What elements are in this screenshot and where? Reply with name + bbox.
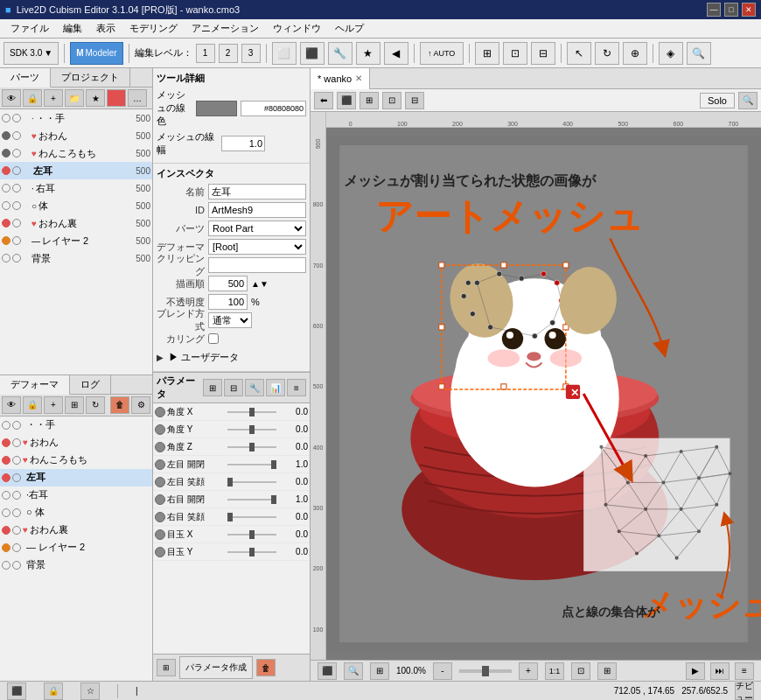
handle-bc[interactable] <box>501 384 506 389</box>
handle-ml[interactable] <box>439 325 444 330</box>
canvas-footer-btn3[interactable]: ⊞ <box>370 662 389 680</box>
layer-item-rightear[interactable]: · 右耳 500 <box>0 179 152 197</box>
param-thumb-angley[interactable] <box>249 425 255 434</box>
canvas-fit-btn[interactable]: ⊡ <box>571 662 590 680</box>
insp-opacity-value[interactable]: 100 <box>208 294 248 310</box>
toolbar-icon-auto[interactable]: ↑ AUTO <box>420 42 464 65</box>
layer-btn-eye[interactable]: 👁 <box>2 89 21 107</box>
canvas-footer-btn1[interactable]: ⬛ <box>318 662 337 680</box>
canvas-drawing-area[interactable]: メッシュが割り当てられた状態の画像が アートメッシュ <box>326 128 761 660</box>
layer-btn-star[interactable]: ★ <box>86 89 105 107</box>
handle-tc[interactable] <box>501 262 506 268</box>
modeler-button[interactable]: M M Modeler Modeler <box>70 42 122 65</box>
dform-item-rightear[interactable]: ·右耳 <box>0 486 152 504</box>
layer-btn-more[interactable]: … <box>128 89 147 107</box>
dform-btn-eye[interactable]: 👁 <box>2 396 21 414</box>
tab-parts[interactable]: パーツ <box>0 68 51 88</box>
canvas-tb-5[interactable]: ⊟ <box>405 92 424 109</box>
param-btn-4[interactable]: 📊 <box>266 379 285 396</box>
insp-part-select[interactable]: Root Part <box>208 220 306 236</box>
menu-help[interactable]: ヘルプ <box>328 20 371 37</box>
toolbar-extra-1[interactable]: ◈ <box>659 42 683 65</box>
canvas-zoom-slider[interactable] <box>459 669 512 673</box>
insp-draworder-value[interactable]: 500 <box>208 276 248 291</box>
canvas-zoom-out[interactable]: - <box>433 662 452 680</box>
layer-btn-color[interactable] <box>107 89 126 107</box>
toolbar-move-icon[interactable]: ⊕ <box>623 42 647 65</box>
dform-item-leftear[interactable]: 左耳 <box>0 469 152 486</box>
param-thumb-anglex[interactable] <box>249 408 255 416</box>
param-slider-leftopen[interactable] <box>227 464 276 466</box>
toolbar-icon-8[interactable]: ⊟ <box>531 42 555 65</box>
edit-level-1-button[interactable]: 1 <box>196 44 215 63</box>
edit-level-2-button[interactable]: 2 <box>219 44 238 63</box>
canvas-footer-btn2[interactable]: 🔍 <box>344 662 363 680</box>
dform-item-bg[interactable]: 背景 <box>0 556 152 574</box>
toolbar-extra-2[interactable]: 🔍 <box>687 42 711 65</box>
toolbar-icon-7[interactable]: ⊡ <box>503 42 527 65</box>
param-btn-1[interactable]: ⊞ <box>203 379 222 396</box>
toolbar-arrow-icon[interactable]: ↖ <box>567 42 591 65</box>
canvas-tab-wanko[interactable]: * wanko ✕ <box>311 68 370 89</box>
layer-item-layer2[interactable]: — レイヤー 2 500 <box>0 232 152 249</box>
dform-item-wanko[interactable]: ♥ わんころもち <box>0 452 152 469</box>
param-thumb-anglez[interactable] <box>249 443 255 452</box>
tab-log[interactable]: ログ <box>70 375 111 394</box>
menu-window[interactable]: ウィンドウ <box>266 20 328 37</box>
canvas-tb-last[interactable]: 🔍 <box>738 92 758 109</box>
toolbar-icon-6[interactable]: ⊞ <box>475 42 499 65</box>
toolbar-icon-3[interactable]: 🔧 <box>328 42 353 65</box>
canvas-end-btn[interactable]: ⏭ <box>710 662 730 680</box>
menu-view[interactable]: 表示 <box>89 20 122 37</box>
dform-btn-add[interactable]: + <box>44 396 63 414</box>
dform-item-layer2[interactable]: — レイヤー 2 <box>0 539 152 556</box>
minimize-button[interactable]: — <box>707 3 721 17</box>
param-slider-eyeballx[interactable] <box>227 534 276 536</box>
param-footer-icon[interactable]: ⊞ <box>157 659 176 676</box>
insp-name-value[interactable]: 左耳 <box>208 184 306 200</box>
param-slider-anglez[interactable] <box>227 446 276 448</box>
toolbar-icon-5[interactable]: ◀ <box>384 42 408 65</box>
dform-btn-warp[interactable]: ⊞ <box>65 396 84 414</box>
canvas-zoom-thumb[interactable] <box>482 666 489 676</box>
canvas-ratio-btn[interactable]: 1:1 <box>545 662 564 680</box>
param-thumb-eyebally[interactable] <box>249 548 255 556</box>
canvas-tb-2[interactable]: ⬛ <box>337 92 356 109</box>
insp-karinku-checkbox[interactable] <box>208 333 219 344</box>
layer-item-owan[interactable]: ♥ おわん 500 <box>0 127 152 144</box>
params-create-button[interactable]: パラメータ作成 <box>179 656 253 679</box>
insp-clipping-value[interactable] <box>208 257 306 273</box>
param-slider-rightsmile[interactable] <box>227 516 276 518</box>
canvas-tb-3[interactable]: ⊞ <box>360 92 379 109</box>
layer-btn-folder[interactable]: 📁 <box>65 89 84 107</box>
dform-item-hand[interactable]: ・・手 <box>0 416 152 434</box>
param-footer-delete[interactable]: 🗑 <box>256 659 276 676</box>
layer-btn-lock[interactable]: 🔒 <box>23 89 42 107</box>
dform-item-body[interactable]: ○ 体 <box>0 504 152 522</box>
layer-item-hand[interactable]: · ・・手 500 <box>0 109 152 127</box>
param-thumb-rightsmile[interactable] <box>227 513 233 522</box>
solo-button[interactable]: Solo <box>700 93 735 108</box>
layer-item-body[interactable]: ○ 体 500 <box>0 197 152 214</box>
param-thumb-rightopen[interactable] <box>271 495 276 504</box>
canvas-view-btn[interactable]: ≡ <box>735 662 754 680</box>
dform-btn-rotate[interactable]: ↻ <box>86 396 105 414</box>
status-btn-1[interactable]: ⬛ <box>7 682 26 700</box>
handle-bl[interactable] <box>439 384 444 389</box>
mesh-width-input[interactable] <box>221 136 265 151</box>
mesh-color-input[interactable] <box>241 101 306 116</box>
toolbar-icon-1[interactable]: ⬜ <box>272 42 297 65</box>
mesh-color-box[interactable] <box>196 101 237 116</box>
param-thumb-leftsmile[interactable] <box>227 478 233 486</box>
status-btn-3[interactable]: ☆ <box>80 682 100 700</box>
param-slider-anglex[interactable] <box>227 411 276 413</box>
param-btn-3[interactable]: 🔧 <box>245 379 264 396</box>
menu-modeling[interactable]: モデリング <box>122 20 185 37</box>
param-btn-2[interactable]: ⊟ <box>224 379 243 396</box>
canvas-view[interactable]: 900 800 700 600 500 400 300 200 100 0 10… <box>311 112 761 660</box>
toolbar-icon-4[interactable]: ★ <box>356 42 380 65</box>
canvas-zoom-in[interactable]: + <box>519 662 538 680</box>
insp-deformer-select[interactable]: [Root] <box>208 239 306 255</box>
dform-item-owan[interactable]: ♥ おわん <box>0 434 152 452</box>
insp-userdata-row[interactable]: ▶ ▶ ユーザデータ <box>157 349 306 365</box>
